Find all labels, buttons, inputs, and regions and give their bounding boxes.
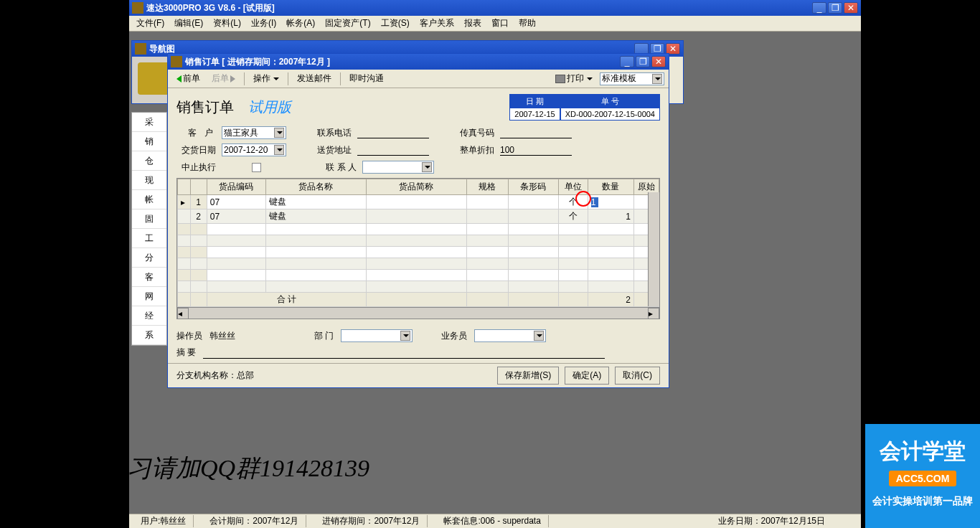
grid-total-row: 合 计 2 [178, 293, 659, 307]
sidebar-item-2[interactable]: 仓 [132, 151, 166, 171]
table-row[interactable] [178, 224, 659, 235]
menu-salary[interactable]: 工资(S) [377, 16, 414, 31]
col-code[interactable]: 货品编码 [207, 179, 265, 195]
operate-button[interactable]: 操作 [249, 71, 283, 86]
abort-checkbox[interactable] [252, 163, 261, 172]
scrollbar-horizontal[interactable]: ◂ ▸ [177, 307, 659, 319]
mdi-area: 导航图 _ ❐ ✕ 采 销 仓 现 帐 固 工 分 客 网 经 系 [129, 32, 861, 512]
col-barcode[interactable]: 条形码 [508, 179, 558, 195]
menu-account[interactable]: 帐务(A) [282, 16, 319, 31]
sidebar-item-3[interactable]: 现 [132, 171, 166, 190]
sales-combo[interactable] [474, 329, 546, 342]
summary-input[interactable] [203, 347, 605, 359]
menu-report[interactable]: 报表 [460, 16, 486, 31]
no-header: 单 号 [561, 95, 659, 108]
sidebar-item-0[interactable]: 采 [132, 113, 166, 132]
table-row[interactable] [178, 270, 659, 281]
print-button[interactable]: 打印 [551, 71, 597, 86]
logo-line2: ACC5.COM [889, 471, 957, 486]
fax-input[interactable] [500, 127, 572, 138]
chevron-down-icon [587, 77, 593, 80]
abort-label: 中止执行 [176, 161, 216, 174]
nav-icon [135, 43, 146, 55]
customer-combo[interactable]: 猫王家具 [222, 126, 286, 139]
order-footer: 分支机构名称：总部 保存新增(S) 确定(A) 取消(C) [168, 363, 669, 387]
menu-file[interactable]: 文件(F) [132, 16, 169, 31]
scroll-left-button[interactable]: ◂ [177, 308, 189, 319]
sidebar-item-6[interactable]: 工 [132, 229, 166, 248]
table-row[interactable] [178, 281, 659, 293]
app-icon [132, 2, 143, 14]
grid-header-row: 货品编码 货品名称 货品简称 规格 条形码 单位 数量 原始 [178, 179, 659, 195]
col-short[interactable]: 货品简称 [366, 179, 466, 195]
sidebar-item-10[interactable]: 经 [132, 306, 166, 326]
delivery-date-combo[interactable]: 2007-12-20 [222, 143, 286, 156]
ok-button[interactable]: 确定(A) [565, 367, 609, 385]
col-spec[interactable]: 规格 [466, 179, 508, 195]
menubar: 文件(F) 编辑(E) 资料(L) 业务(I) 帐务(A) 固定资产(T) 工资… [129, 16, 861, 32]
sidebar-item-5[interactable]: 固 [132, 209, 166, 229]
table-row[interactable]: 2 07键盘 个 1 [178, 209, 659, 224]
no-value: XD-000-2007-12-15-0004 [561, 108, 659, 120]
col-unit[interactable]: 单位 [558, 179, 588, 195]
watermark-text: 会计学习请加QQ群191428139 [54, 452, 369, 485]
menu-data[interactable]: 资料(L) [209, 16, 245, 31]
arrow-left-icon [176, 75, 182, 82]
sales-label: 业务员 [441, 330, 467, 342]
qty-cell-editing[interactable]: 1 [588, 195, 633, 209]
table-row[interactable] [178, 247, 659, 258]
delivery-date-label: 交货日期 [176, 144, 216, 156]
phone-input[interactable] [357, 127, 429, 138]
sidebar-item-1[interactable]: 销 [132, 132, 166, 151]
order-minimize[interactable]: _ [620, 56, 634, 67]
im-button[interactable]: 即时沟通 [345, 71, 388, 86]
print-icon [555, 75, 565, 83]
status-biz-date: 业务日期：2007年12月15日 [718, 515, 825, 527]
table-row[interactable]: ▸1 07键盘 个 1 [178, 195, 659, 209]
arrow-right-icon [230, 75, 235, 82]
close-button[interactable]: ✕ [844, 2, 858, 14]
status-acct-period: 会计期间：2007年12月 [202, 515, 306, 527]
col-qty[interactable]: 数量 [588, 179, 633, 195]
scrollbar-vertical[interactable] [648, 192, 659, 306]
maximize-button[interactable]: ❐ [828, 2, 842, 14]
discount-input[interactable] [500, 144, 572, 156]
scroll-right-button[interactable]: ▸ [648, 308, 659, 319]
bottom-fields: 操作员 韩丝丝 部 门 业务员 [168, 325, 669, 346]
order-window: 销售订单 [ 进销存期间：2007年12月 ] _ ❐ ✕ 前单 后单 操作 发… [167, 53, 669, 388]
sendmail-button[interactable]: 发送邮件 [293, 71, 336, 86]
menu-business[interactable]: 业务(I) [247, 16, 281, 31]
contact-combo[interactable] [362, 161, 434, 174]
order-maximize[interactable]: ❐ [636, 56, 650, 67]
branch-label: 分支机构名称：总部 [176, 369, 491, 382]
sidebar-item-9[interactable]: 网 [132, 287, 166, 306]
sidebar-item-8[interactable]: 客 [132, 268, 166, 287]
sidebar: 采 销 仓 现 帐 固 工 分 客 网 经 系 [131, 112, 167, 346]
date-value: 2007-12-15 [510, 108, 559, 120]
template-select[interactable]: 标准模板 [600, 72, 664, 85]
menu-edit[interactable]: 编辑(E) [170, 16, 207, 31]
trial-label: 试用版 [248, 98, 291, 117]
cancel-button[interactable]: 取消(C) [615, 367, 660, 385]
sidebar-item-11[interactable]: 系 [132, 326, 166, 345]
menu-help[interactable]: 帮助 [514, 16, 540, 31]
save-new-button[interactable]: 保存新增(S) [497, 367, 559, 385]
dept-combo[interactable] [341, 329, 413, 342]
col-name[interactable]: 货品名称 [265, 179, 366, 195]
order-close[interactable]: ✕ [651, 56, 666, 67]
statusbar: 用户:韩丝丝 会计期间：2007年12月 进销存期间：2007年12月 帐套信息… [129, 514, 861, 528]
table-row[interactable] [178, 258, 659, 270]
minimize-button[interactable]: _ [812, 2, 826, 14]
order-icon [171, 56, 182, 67]
grid: 货品编码 货品名称 货品简称 规格 条形码 单位 数量 原始 ▸1 07键盘 [176, 178, 660, 319]
prev-button[interactable]: 前单 [172, 71, 204, 86]
sidebar-item-7[interactable]: 分 [132, 248, 166, 268]
status-user: 用户:韩丝丝 [133, 515, 194, 527]
next-button[interactable]: 后单 [207, 71, 240, 86]
menu-window[interactable]: 窗口 [487, 16, 513, 31]
addr-input[interactable] [357, 144, 429, 156]
menu-crm[interactable]: 客户关系 [415, 16, 458, 31]
sidebar-item-4[interactable]: 帐 [132, 190, 166, 209]
menu-asset[interactable]: 固定资产(T) [321, 16, 374, 31]
table-row[interactable] [178, 235, 659, 247]
